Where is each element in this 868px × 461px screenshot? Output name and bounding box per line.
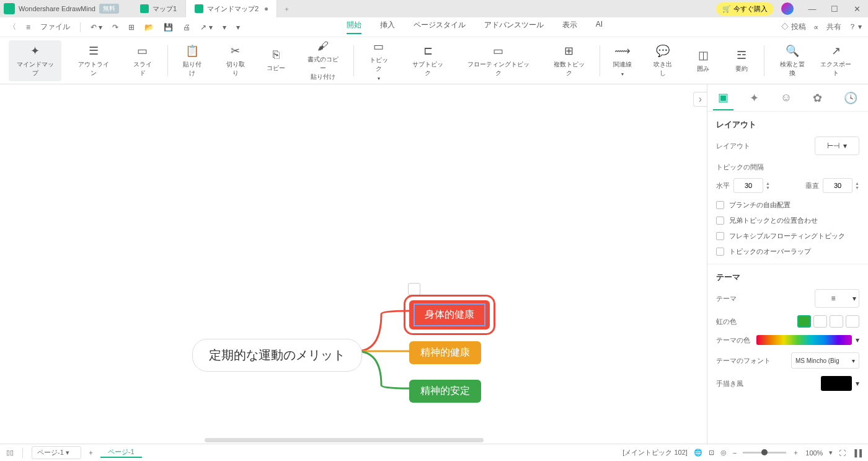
- new-icon[interactable]: ⊞: [126, 22, 137, 33]
- find-replace-button[interactable]: 🔍検索と置換: [772, 40, 812, 81]
- panel-collapse-button[interactable]: ›: [693, 92, 707, 107]
- undo-icon[interactable]: ↶ ▾: [88, 22, 105, 33]
- floating-topic-button[interactable]: ▭フローティングトピック: [460, 36, 538, 85]
- check-free-branch[interactable]: ブランチの自由配置: [716, 200, 859, 210]
- check-flexible-floating[interactable]: フレキシブルフローティングトピック: [716, 231, 859, 241]
- tab-ai[interactable]: AI: [596, 20, 603, 34]
- doc-tab-map1[interactable]: マップ1: [131, 0, 186, 17]
- maximize-button[interactable]: ☐: [823, 0, 846, 17]
- cut-button[interactable]: ✂切り取り: [218, 36, 252, 85]
- zoom-out-button[interactable]: −: [733, 449, 737, 457]
- buy-label: 今すぐ購入: [733, 4, 768, 14]
- hamburger-icon[interactable]: ≡: [24, 22, 33, 33]
- layout-selector[interactable]: ⊢⊣▾: [815, 137, 859, 155]
- side-panel: ▣ ✦ ☺ ✿ 🕓 レイアウト レイアウト ⊢⊣▾ トピックの間隔 水平 ▲▼ …: [707, 84, 868, 444]
- back-icon[interactable]: 〈: [6, 20, 19, 34]
- central-topic[interactable]: 定期的な運動のメリット: [192, 339, 362, 372]
- boundary-button[interactable]: ◫囲み: [688, 40, 718, 81]
- canvas[interactable]: 定期的な運動のメリット 身体的健康 精神的健康 精神的安定 ›: [0, 84, 707, 444]
- buy-now-button[interactable]: 🛒 今すぐ購入: [716, 2, 774, 16]
- export-icon[interactable]: ↗ ▾: [198, 22, 215, 33]
- redo-icon[interactable]: ↷: [110, 22, 121, 33]
- summary-button[interactable]: ☲要約: [727, 40, 756, 81]
- tab-insert[interactable]: 挿入: [380, 20, 395, 34]
- topic-button[interactable]: ▭トピック▾: [361, 36, 396, 85]
- clipart-tab-icon[interactable]: ✿: [808, 86, 827, 110]
- chevron-down-icon[interactable]: ▾: [856, 336, 859, 344]
- rainbow-swatch-2[interactable]: [813, 315, 827, 328]
- layout-label: レイアウト: [716, 141, 750, 151]
- v-spinner[interactable]: ▲▼: [855, 181, 859, 190]
- relation-button[interactable]: ⟿関連線▾: [608, 40, 637, 81]
- horizontal-scrollbar[interactable]: [205, 438, 484, 442]
- app-name: Wondershare EdrawMind: [19, 5, 95, 12]
- tab-pagestyle[interactable]: ページスタイル: [414, 20, 466, 34]
- globe-icon[interactable]: 🌐: [694, 449, 702, 457]
- add-page-button[interactable]: ＋: [87, 448, 94, 457]
- rainbow-swatch-4[interactable]: [846, 315, 859, 328]
- rainbow-swatch-1[interactable]: [797, 315, 811, 328]
- save-icon[interactable]: 💾: [161, 22, 175, 33]
- check-sibling-align[interactable]: 兄弟トピックとの位置合わせ: [716, 216, 859, 225]
- tab-advanced[interactable]: アドバンスツール: [484, 20, 544, 34]
- zoom-thumb[interactable]: [761, 449, 768, 455]
- outline-mode-button[interactable]: ☰アウトライン: [70, 40, 117, 81]
- share-icon[interactable]: ▾: [220, 22, 229, 33]
- subtopic-button[interactable]: ⊏サブトピック: [404, 36, 451, 85]
- multi-topic-button[interactable]: ⊞複数トピック: [546, 36, 592, 85]
- expand-icon[interactable]: [408, 283, 420, 295]
- pages-icon[interactable]: ▯▯: [6, 449, 14, 457]
- tab-view[interactable]: 表示: [562, 20, 577, 34]
- fit-icon[interactable]: ⊡: [709, 449, 714, 457]
- slide-mode-button[interactable]: ▭スライド: [125, 40, 159, 81]
- print-icon[interactable]: 🖨: [180, 22, 193, 33]
- topic-node-1[interactable]: 身体的健康: [409, 300, 490, 329]
- help-icon[interactable]: ？ ▾: [849, 22, 862, 32]
- new-tab-button[interactable]: ＋: [277, 0, 296, 17]
- fullscreen-icon[interactable]: ⛶: [839, 449, 846, 457]
- topic-node-3[interactable]: 精神的安定: [409, 380, 481, 403]
- zoom-dropdown-icon[interactable]: ▾: [829, 449, 833, 457]
- zoom-in-button[interactable]: ＋: [792, 448, 799, 457]
- mindmap-mode-button[interactable]: ✦マインドマップ: [9, 40, 61, 81]
- post-button[interactable]: ◇ 投稿: [781, 22, 805, 32]
- target-icon[interactable]: ◎: [720, 449, 727, 457]
- emoji-tab-icon[interactable]: ☺: [776, 86, 797, 109]
- share-button[interactable]: 共有: [826, 22, 841, 32]
- history-tab-icon[interactable]: 🕓: [839, 86, 862, 110]
- check-topic-overlap[interactable]: トピックのオーバーラップ: [716, 247, 859, 256]
- page-selector[interactable]: ページ-1 ▾: [32, 446, 81, 459]
- page-tab[interactable]: ページ-1: [100, 447, 142, 458]
- zoom-level[interactable]: 100%: [805, 449, 823, 457]
- file-menu[interactable]: ファイル: [38, 20, 73, 34]
- minimize-button[interactable]: —: [801, 0, 823, 17]
- more-icon[interactable]: ▾: [234, 22, 242, 33]
- callout-button[interactable]: 💬吹き出し: [646, 40, 680, 81]
- rainbow-swatch-3[interactable]: [830, 315, 843, 328]
- h-spinner[interactable]: ▲▼: [766, 181, 770, 190]
- style-tab-icon[interactable]: ✦: [745, 86, 764, 110]
- summary-icon: ☲: [737, 48, 746, 62]
- theme-selector[interactable]: ≡▾: [815, 289, 859, 308]
- topic-node-2[interactable]: 精神的健康: [409, 341, 481, 364]
- paste-button[interactable]: 📋貼り付け: [175, 36, 210, 85]
- close-button[interactable]: ✕: [846, 0, 868, 17]
- format-painter-button[interactable]: 🖌書式のコピー 貼り付け: [299, 36, 346, 85]
- doc-icon: [195, 4, 203, 13]
- layout-tab-icon[interactable]: ▣: [713, 86, 733, 110]
- tab-start[interactable]: 開始: [347, 20, 361, 34]
- chevron-down-icon[interactable]: ▾: [856, 379, 859, 388]
- handdrawn-color-swatch[interactable]: [821, 376, 852, 391]
- share-link-icon[interactable]: ∝: [813, 23, 819, 32]
- copy-button[interactable]: ⎘コピー: [261, 36, 291, 85]
- export-button[interactable]: ↗エクスポート: [813, 40, 859, 81]
- zoom-slider[interactable]: [743, 452, 786, 454]
- user-avatar[interactable]: [781, 2, 794, 15]
- theme-font-selector[interactable]: MS Mincho (Big▾: [791, 352, 859, 369]
- theme-color-strip[interactable]: [756, 335, 852, 345]
- horizontal-spacing-input[interactable]: [733, 178, 763, 193]
- doc-tab-map2[interactable]: マインドマップ2: [186, 0, 277, 17]
- presentation-icon[interactable]: ▐▐: [852, 449, 862, 457]
- open-icon[interactable]: 📂: [142, 22, 156, 33]
- vertical-spacing-input[interactable]: [823, 178, 852, 193]
